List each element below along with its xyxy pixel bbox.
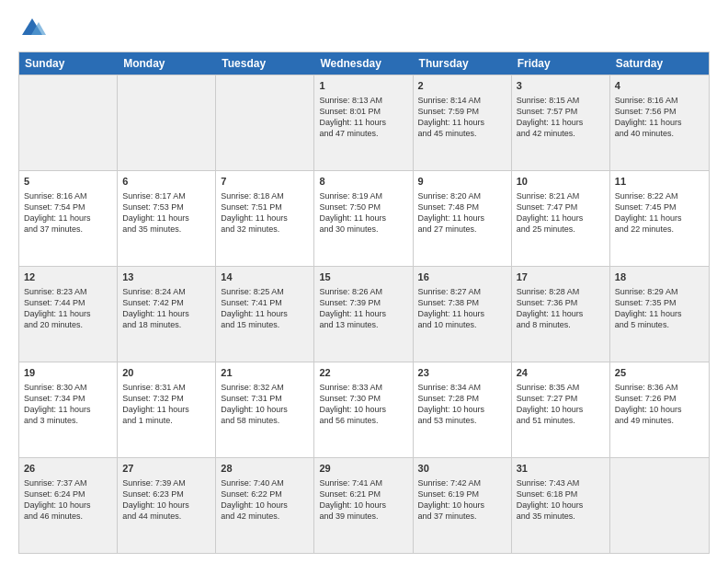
day-info: Sunrise: 8:35 AMSunset: 7:27 PMDaylight:… — [517, 382, 605, 427]
day-number: 14 — [221, 270, 309, 284]
day-number: 25 — [615, 366, 704, 380]
day-info: Sunrise: 8:20 AMSunset: 7:48 PMDaylight:… — [418, 190, 506, 236]
day-number: 30 — [418, 462, 506, 476]
day-number: 18 — [615, 270, 704, 284]
day-info: Sunrise: 8:30 AMSunset: 7:34 PMDaylight:… — [24, 382, 112, 427]
cal-cell-row1-col5: 10Sunrise: 8:21 AMSunset: 7:47 PMDayligh… — [512, 171, 610, 266]
cal-cell-row0-col2 — [216, 75, 314, 170]
day-info: Sunrise: 8:36 AMSunset: 7:26 PMDaylight:… — [615, 382, 704, 427]
header-day-thursday: Thursday — [414, 52, 512, 75]
cal-cell-row4-col2: 28Sunrise: 7:40 AMSunset: 6:22 PMDayligh… — [216, 458, 314, 553]
day-number: 6 — [122, 175, 210, 189]
cal-cell-row1-col6: 11Sunrise: 8:22 AMSunset: 7:45 PMDayligh… — [610, 171, 709, 266]
cal-cell-row1-col4: 9Sunrise: 8:20 AMSunset: 7:48 PMDaylight… — [414, 171, 512, 266]
cal-cell-row3-col2: 21Sunrise: 8:32 AMSunset: 7:31 PMDayligh… — [216, 362, 314, 457]
day-number: 31 — [517, 462, 605, 476]
day-number: 2 — [418, 79, 506, 93]
cal-cell-row3-col0: 19Sunrise: 8:30 AMSunset: 7:34 PMDayligh… — [19, 362, 118, 457]
cal-cell-row3-col5: 24Sunrise: 8:35 AMSunset: 7:27 PMDayligh… — [512, 362, 610, 457]
day-number: 1 — [319, 79, 407, 93]
header-day-sunday: Sunday — [19, 52, 118, 75]
header-day-wednesday: Wednesday — [314, 52, 413, 75]
day-info: Sunrise: 7:43 AMSunset: 6:18 PMDaylight:… — [517, 477, 605, 523]
header-day-friday: Friday — [512, 52, 610, 75]
calendar-body: 1Sunrise: 8:13 AMSunset: 8:01 PMDaylight… — [19, 75, 709, 553]
day-number: 27 — [122, 462, 210, 476]
cal-cell-row2-col1: 13Sunrise: 8:24 AMSunset: 7:42 PMDayligh… — [118, 267, 216, 362]
day-info: Sunrise: 8:24 AMSunset: 7:42 PMDaylight:… — [122, 286, 210, 331]
day-info: Sunrise: 7:37 AMSunset: 6:24 PMDaylight:… — [24, 477, 112, 523]
day-info: Sunrise: 8:28 AMSunset: 7:36 PMDaylight:… — [517, 286, 605, 331]
day-number: 11 — [615, 175, 704, 189]
day-info: Sunrise: 8:18 AMSunset: 7:51 PMDaylight:… — [221, 190, 309, 236]
cal-cell-row4-col1: 27Sunrise: 7:39 AMSunset: 6:23 PMDayligh… — [118, 458, 216, 553]
cal-cell-row4-col0: 26Sunrise: 7:37 AMSunset: 6:24 PMDayligh… — [19, 458, 118, 553]
cal-cell-row3-col1: 20Sunrise: 8:31 AMSunset: 7:32 PMDayligh… — [118, 362, 216, 457]
cal-cell-row0-col0 — [19, 75, 118, 170]
day-number: 10 — [517, 175, 605, 189]
calendar: SundayMondayTuesdayWednesdayThursdayFrid… — [18, 52, 710, 554]
day-info: Sunrise: 7:39 AMSunset: 6:23 PMDaylight:… — [122, 477, 210, 523]
cal-cell-row2-col2: 14Sunrise: 8:25 AMSunset: 7:41 PMDayligh… — [216, 267, 314, 362]
header-day-tuesday: Tuesday — [216, 52, 314, 75]
day-number: 5 — [24, 175, 112, 189]
calendar-row-3: 19Sunrise: 8:30 AMSunset: 7:34 PMDayligh… — [19, 362, 709, 457]
page: SundayMondayTuesdayWednesdayThursdayFrid… — [0, 0, 728, 563]
cal-cell-row1-col0: 5Sunrise: 8:16 AMSunset: 7:54 PMDaylight… — [19, 171, 118, 266]
day-info: Sunrise: 8:32 AMSunset: 7:31 PMDaylight:… — [221, 382, 309, 427]
day-info: Sunrise: 8:14 AMSunset: 7:59 PMDaylight:… — [418, 95, 506, 140]
day-info: Sunrise: 7:41 AMSunset: 6:21 PMDaylight:… — [319, 477, 407, 523]
day-number: 26 — [24, 462, 112, 476]
cal-cell-row0-col1 — [118, 75, 216, 170]
cal-cell-row4-col5: 31Sunrise: 7:43 AMSunset: 6:18 PMDayligh… — [512, 458, 610, 553]
day-number: 21 — [221, 366, 309, 380]
day-number: 13 — [122, 270, 210, 284]
cal-cell-row1-col1: 6Sunrise: 8:17 AMSunset: 7:53 PMDaylight… — [118, 171, 216, 266]
day-info: Sunrise: 8:29 AMSunset: 7:35 PMDaylight:… — [615, 286, 704, 331]
day-info: Sunrise: 8:25 AMSunset: 7:41 PMDaylight:… — [221, 286, 309, 331]
day-number: 8 — [319, 175, 407, 189]
day-info: Sunrise: 8:33 AMSunset: 7:30 PMDaylight:… — [319, 382, 407, 427]
day-info: Sunrise: 8:13 AMSunset: 8:01 PMDaylight:… — [319, 95, 407, 140]
header-day-monday: Monday — [118, 52, 216, 75]
day-number: 28 — [221, 462, 309, 476]
day-number: 20 — [122, 366, 210, 380]
header-day-saturday: Saturday — [610, 52, 709, 75]
calendar-header: SundayMondayTuesdayWednesdayThursdayFrid… — [19, 52, 709, 75]
day-info: Sunrise: 8:34 AMSunset: 7:28 PMDaylight:… — [418, 382, 506, 427]
cal-cell-row0-col6: 4Sunrise: 8:16 AMSunset: 7:56 PMDaylight… — [610, 75, 709, 170]
cal-cell-row2-col3: 15Sunrise: 8:26 AMSunset: 7:39 PMDayligh… — [314, 267, 413, 362]
day-info: Sunrise: 8:21 AMSunset: 7:47 PMDaylight:… — [517, 190, 605, 236]
day-number: 19 — [24, 366, 112, 380]
cal-cell-row3-col3: 22Sunrise: 8:33 AMSunset: 7:30 PMDayligh… — [314, 362, 413, 457]
cal-cell-row4-col3: 29Sunrise: 7:41 AMSunset: 6:21 PMDayligh… — [314, 458, 413, 553]
day-info: Sunrise: 8:16 AMSunset: 7:56 PMDaylight:… — [615, 95, 704, 140]
day-number: 15 — [319, 270, 407, 284]
cal-cell-row3-col6: 25Sunrise: 8:36 AMSunset: 7:26 PMDayligh… — [610, 362, 709, 457]
cal-cell-row3-col4: 23Sunrise: 8:34 AMSunset: 7:28 PMDayligh… — [414, 362, 512, 457]
cal-cell-row4-col4: 30Sunrise: 7:42 AMSunset: 6:19 PMDayligh… — [414, 458, 512, 553]
cal-cell-row2-col0: 12Sunrise: 8:23 AMSunset: 7:44 PMDayligh… — [19, 267, 118, 362]
day-info: Sunrise: 7:40 AMSunset: 6:22 PMDaylight:… — [221, 477, 309, 523]
cal-cell-row1-col2: 7Sunrise: 8:18 AMSunset: 7:51 PMDaylight… — [216, 171, 314, 266]
day-number: 17 — [517, 270, 605, 284]
cal-cell-row0-col3: 1Sunrise: 8:13 AMSunset: 8:01 PMDaylight… — [314, 75, 413, 170]
day-number: 7 — [221, 175, 309, 189]
day-number: 4 — [615, 79, 704, 93]
day-number: 12 — [24, 270, 112, 284]
header — [18, 15, 710, 42]
calendar-row-0: 1Sunrise: 8:13 AMSunset: 8:01 PMDaylight… — [19, 75, 709, 170]
calendar-row-1: 5Sunrise: 8:16 AMSunset: 7:54 PMDaylight… — [19, 170, 709, 266]
cal-cell-row0-col4: 2Sunrise: 8:14 AMSunset: 7:59 PMDaylight… — [414, 75, 512, 170]
cal-cell-row1-col3: 8Sunrise: 8:19 AMSunset: 7:50 PMDaylight… — [314, 171, 413, 266]
day-number: 23 — [418, 366, 506, 380]
cal-cell-row0-col5: 3Sunrise: 8:15 AMSunset: 7:57 PMDaylight… — [512, 75, 610, 170]
day-number: 24 — [517, 366, 605, 380]
day-info: Sunrise: 8:27 AMSunset: 7:38 PMDaylight:… — [418, 286, 506, 331]
day-info: Sunrise: 8:26 AMSunset: 7:39 PMDaylight:… — [319, 286, 407, 331]
day-number: 9 — [418, 175, 506, 189]
calendar-row-4: 26Sunrise: 7:37 AMSunset: 6:24 PMDayligh… — [19, 457, 709, 553]
day-number: 29 — [319, 462, 407, 476]
day-info: Sunrise: 8:31 AMSunset: 7:32 PMDaylight:… — [122, 382, 210, 427]
day-info: Sunrise: 7:42 AMSunset: 6:19 PMDaylight:… — [418, 477, 506, 523]
